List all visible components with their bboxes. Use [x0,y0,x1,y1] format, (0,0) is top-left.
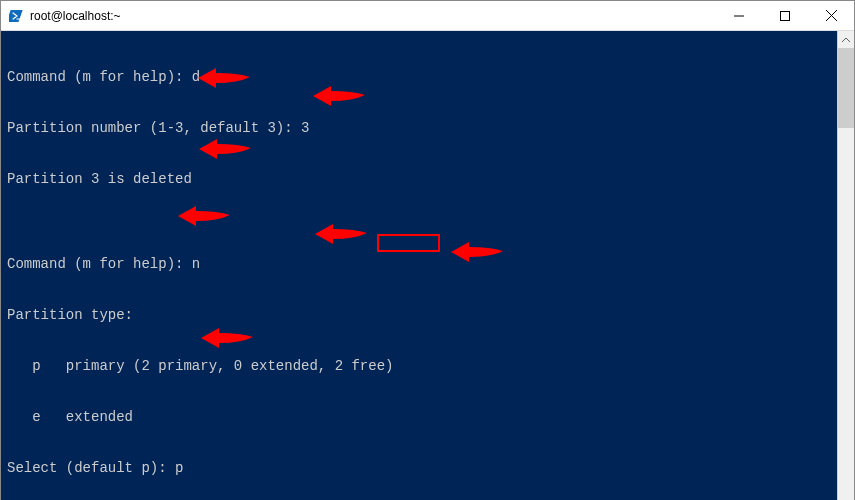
window-controls [716,1,854,30]
minimize-button[interactable] [716,1,762,30]
titlebar: root@localhost:~ [1,1,854,31]
scroll-track[interactable] [838,48,854,500]
scroll-up-button[interactable] [838,31,854,48]
term-line: Command (m for help): n [7,256,831,273]
term-line: p primary (2 primary, 0 extended, 2 free… [7,358,831,375]
red-arrow-icon [199,139,251,164]
close-button[interactable] [808,1,854,30]
terminal-area: Command (m for help): d Partition number… [1,31,854,500]
term-line: Select (default p): p [7,460,831,477]
term-line: Partition 3 is deleted [7,171,831,188]
powershell-icon [9,8,25,24]
red-arrow-icon [201,328,253,353]
term-line: Partition number (1-3, default 3): 3 [7,120,831,137]
red-arrow-icon [313,86,365,111]
terminal-window: root@localhost:~ Command (m for help): d… [0,0,855,500]
highlight-box [377,234,440,252]
red-arrow-icon [178,206,230,231]
term-line: e extended [7,409,831,426]
scroll-thumb[interactable] [838,48,854,128]
vertical-scrollbar[interactable] [837,31,854,500]
red-arrow-icon [315,224,367,249]
window-title: root@localhost:~ [30,9,716,23]
term-line: Partition type: [7,307,831,324]
maximize-button[interactable] [762,1,808,30]
svg-rect-1 [781,11,790,20]
terminal-output[interactable]: Command (m for help): d Partition number… [1,31,837,500]
term-line: Command (m for help): d [7,69,831,86]
